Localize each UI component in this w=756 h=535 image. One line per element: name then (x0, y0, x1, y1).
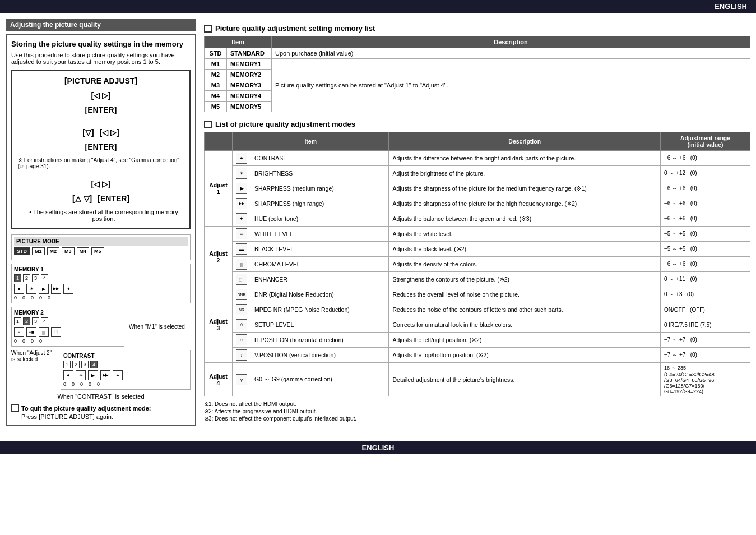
row-code-m2: M2 (205, 70, 227, 80)
box-description: Use this procedure to store picture qual… (11, 52, 191, 65)
m2-step-4: 4 (41, 317, 48, 325)
picture-adjust-box: [PICTURE ADJUST] [◁ ▷] [ENTER] [▽] [◁ ▷]… (11, 70, 191, 229)
enter-row-2: [ENTER] (18, 140, 184, 154)
m2-icon-wl: ≡ (14, 327, 24, 337)
left-panel: Adjusting the picture quality Storing th… (6, 19, 196, 430)
m2-step-3: 3 (32, 317, 39, 325)
desc-sharp-hi: Adjusts the sharpness of the picture for… (389, 196, 661, 211)
memory2-row: MEMORY 2 1 2 3 4 ≡ ≡■ ||| ⬚ 0 (11, 307, 191, 347)
c-icon-1: ● (63, 370, 73, 380)
icon-brightness: ☀ (233, 166, 251, 181)
picture-adjust-title: [PICTURE ADJUST] (18, 76, 184, 85)
bottom-bar: ENGLISH (0, 441, 756, 454)
checkbox-icon-1 (204, 25, 212, 33)
memory1-steps: 1 2 3 4 (14, 274, 188, 282)
section1-heading: Picture quality adjustment setting memor… (204, 24, 750, 33)
m2-step-active: 2 (23, 317, 30, 325)
icon-mpeg-nr: NR (233, 302, 251, 317)
table-row: M1 MEMORY1 Picture quality settings can … (205, 59, 750, 70)
icon-enhancer: ⬚ (233, 272, 251, 287)
item-setup: SETUP LEVEL (251, 317, 389, 333)
m1-step-active: 1 (14, 274, 21, 282)
store-note: • The settings are stored at the corresp… (24, 209, 184, 222)
adjust2-contrast-row: When "Adjust 2"is selected CONTRAST 1 2 … (11, 350, 191, 390)
m1-val-0e: 0 (48, 295, 50, 301)
item-contrast: CONTRAST (251, 151, 389, 166)
th-description: Description (272, 36, 750, 48)
table-row: ||| CHROMA LEVEL Adjusts the density of … (205, 257, 750, 272)
m2-icon-chroma: ||| (39, 327, 49, 337)
range-hue: −6 ～ +6 (0) (661, 211, 750, 227)
item-black-level: BLACK LEVEL (251, 242, 389, 257)
row-code-std: STD (205, 48, 227, 59)
table-row: A SETUP LEVEL Corrects for unnatural loo… (205, 317, 750, 333)
icon-black-level: ▬ (233, 242, 251, 257)
item-white-level: WHITE LEVEL (251, 227, 389, 242)
row-name-m4: MEMORY4 (227, 91, 272, 102)
enter-btn-1: [ENTER] (85, 105, 117, 114)
group-adjust3: Adjust 3 (205, 287, 233, 363)
dnr-icon: DNR (236, 289, 247, 300)
m1-val-0c: 0 (31, 295, 34, 301)
icon-sharp-med: ▶ (233, 181, 251, 196)
c-icon-4: ▶▶ (100, 370, 110, 380)
row-name-m2: MEMORY2 (227, 70, 272, 80)
contrast-steps: 1 2 3 4 (63, 361, 188, 368)
row-name-m3: MEMORY3 (227, 80, 272, 91)
desc-black-level: Adjusts the black level. (※2) (389, 242, 661, 257)
m2-step-1: 1 (14, 317, 21, 325)
nav-left-right-1: [◁ ▷] (91, 91, 110, 100)
brightness-icon: ☀ (236, 168, 247, 179)
desc-sharp-med: Adjusts the sharpness of the picture for… (389, 181, 661, 196)
pm-slot-m5: M5 (91, 247, 104, 255)
m2-val-0d: 0 (39, 338, 42, 344)
icon-chroma: ||| (233, 257, 251, 272)
icon-dnr: DNR (233, 287, 251, 302)
item-gamma: G0 ～ G9 (gamma correction) (251, 363, 389, 396)
memory2-box: MEMORY 2 1 2 3 4 ≡ ≡■ ||| ⬚ 0 (11, 307, 124, 347)
item-mpeg-nr: MPEG NR (MPEG Noise Reduction) (251, 302, 389, 317)
memory-list-table: Item Description STD STANDARD Upon purch… (204, 36, 750, 112)
c-step-3: 3 (81, 361, 89, 368)
item-chroma: CHROMA LEVEL (251, 257, 389, 272)
left-section-title: Adjusting the picture quality (6, 19, 196, 31)
mpeg-nr-icon: NR (236, 304, 247, 315)
enhancer-icon: ⬚ (236, 274, 247, 285)
group-adjust2: Adjust 2 (205, 227, 233, 287)
pm-top-bar: PICTURE MODE (14, 237, 188, 246)
enter-row-1: [ENTER] (18, 103, 184, 117)
cv-0: 0 (63, 381, 66, 387)
range-mpeg-nr: ON/OFF (OFF) (661, 302, 750, 317)
storing-box: Storing the picture quality settings in … (6, 34, 196, 426)
contrast-icons: ● ☀ ▶ ▶▶ ✦ (63, 370, 188, 380)
c-icon-5: ✦ (113, 370, 123, 380)
memory2-steps: 1 2 3 4 (14, 317, 122, 325)
icon-white-level: ≡ (233, 227, 251, 242)
pm-slot-std: STD (14, 247, 30, 255)
c-step-2: 2 (72, 361, 80, 368)
contrast-box: CONTRAST 1 2 3 4 ● ☀ ▶ ▶▶ ✦ (61, 350, 191, 390)
right-panel: Picture quality adjustment setting memor… (204, 19, 750, 430)
quit-text: Press [PICTURE ADJUST] again. (21, 413, 191, 420)
m1-val-0d: 0 (39, 295, 42, 301)
table-row: ⬚ ENHANCER Strengthens the contours of t… (205, 272, 750, 287)
icon-setup: A (233, 317, 251, 333)
checkbox-icon-2 (204, 121, 212, 128)
cv-0e: 0 (97, 381, 100, 387)
icon-hpos: ↔ (233, 333, 251, 348)
m1-icon-hue: ✦ (63, 284, 73, 294)
desc-chroma: Adjusts the density of the colors. (389, 257, 661, 272)
desc-setup: Corrects for unnatural look in the black… (389, 317, 661, 333)
memory2-label: MEMORY 2 (14, 310, 122, 316)
desc-enhancer: Strengthens the contours of the picture.… (389, 272, 661, 287)
table-row: Adjust 1 ● CONTRAST Adjusts the differen… (205, 151, 750, 166)
table-row: Adjust 3 DNR DNR (Digital Noise Reductio… (205, 287, 750, 302)
row-code-m3: M3 (205, 80, 227, 91)
icon-gamma: γ (233, 363, 251, 396)
item-vpos: V.POSITION (vertical direction) (251, 348, 389, 363)
m1-step-3: 3 (32, 274, 39, 282)
row-desc-standard: Upon purchase (initial value) (272, 48, 750, 59)
th-item-col: Item (233, 132, 389, 151)
main-content: Adjusting the picture quality Storing th… (0, 13, 756, 436)
group-adjust4: Adjust 4 (205, 363, 233, 396)
